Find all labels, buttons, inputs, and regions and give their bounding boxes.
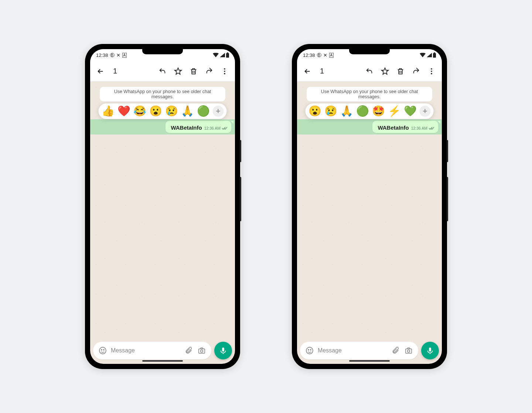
notch xyxy=(142,49,183,54)
phone-left: 12:38 B ✕ A 1 xyxy=(85,44,240,369)
emoji-icon[interactable] xyxy=(96,344,109,357)
reaction-emoji[interactable]: 🙏 xyxy=(340,106,353,116)
svg-point-13 xyxy=(431,71,432,72)
svg-point-19 xyxy=(407,350,410,352)
camera-icon[interactable] xyxy=(195,344,208,357)
selection-topbar: 1 xyxy=(297,61,442,82)
mic-button[interactable] xyxy=(214,342,232,359)
message-time: 12:36 AM xyxy=(411,126,427,130)
volume-button xyxy=(447,177,448,221)
message-caption: WABetaInfo xyxy=(378,124,409,131)
forward-button[interactable] xyxy=(202,64,216,79)
emoji-icon[interactable] xyxy=(303,344,316,357)
svg-point-14 xyxy=(431,73,432,74)
svg-point-16 xyxy=(308,349,309,350)
svg-rect-8 xyxy=(199,349,205,353)
chat-body: Use WhatsApp on your phone to see older … xyxy=(297,82,442,339)
reaction-emoji[interactable]: 💚 xyxy=(404,106,417,116)
selection-count: 1 xyxy=(113,67,154,75)
camera-icon[interactable] xyxy=(402,344,415,357)
message-bubble[interactable]: WABetaInfo 12:36 AM xyxy=(166,121,231,133)
notch xyxy=(349,49,390,54)
message-caption: WABetaInfo xyxy=(171,124,202,131)
reaction-emoji[interactable]: 🟢 xyxy=(356,106,369,116)
svg-point-6 xyxy=(101,349,102,350)
svg-point-7 xyxy=(103,349,104,350)
reply-button[interactable] xyxy=(155,64,170,79)
reaction-emoji[interactable]: 🟢 xyxy=(197,106,210,116)
reaction-emoji[interactable]: 😮 xyxy=(149,106,162,116)
battery-icon xyxy=(433,52,436,58)
more-button[interactable] xyxy=(217,64,232,79)
message-row[interactable]: 👍 ❤️ 😂 😮 😢 🙏 🟢 + WABetaInfo 12:36 AM xyxy=(90,119,235,134)
status-time: 12:38 xyxy=(96,52,108,58)
forward-button[interactable] xyxy=(409,64,423,79)
mic-button[interactable] xyxy=(421,342,439,359)
message-bubble[interactable]: WABetaInfo 12:36 AM xyxy=(372,121,438,133)
svg-point-17 xyxy=(310,349,311,350)
svg-point-2 xyxy=(224,68,225,69)
reaction-emoji[interactable]: 😮 xyxy=(308,106,321,116)
reaction-popup: 😮 😢 🙏 🟢 🤩 ⚡ 💚 + xyxy=(306,103,434,119)
delete-button[interactable] xyxy=(186,64,201,79)
message-time: 12:36 AM xyxy=(204,126,221,130)
svg-point-9 xyxy=(201,350,203,352)
message-input-placeholder: Message xyxy=(316,347,389,354)
wifi-icon xyxy=(420,53,426,57)
status-icon-a: A xyxy=(122,53,127,58)
reaction-emoji[interactable]: ❤️ xyxy=(117,106,130,116)
signal-icon xyxy=(427,53,432,57)
volume-button xyxy=(240,177,241,221)
svg-point-3 xyxy=(224,71,225,72)
reaction-emoji[interactable]: 😢 xyxy=(324,106,337,116)
svg-rect-0 xyxy=(226,53,229,58)
back-button[interactable] xyxy=(93,64,108,79)
reaction-more-button[interactable]: + xyxy=(420,106,431,117)
power-button xyxy=(240,140,241,162)
delete-button[interactable] xyxy=(393,64,408,79)
back-button[interactable] xyxy=(300,64,315,79)
svg-point-15 xyxy=(306,347,313,354)
reaction-emoji[interactable]: ⚡ xyxy=(388,106,401,116)
phone-right: 12:38 B ✕ A 1 xyxy=(292,44,447,369)
reaction-more-button[interactable]: + xyxy=(213,106,224,117)
reaction-emoji[interactable]: 🤩 xyxy=(372,106,385,116)
status-icon-a: A xyxy=(329,53,334,58)
reaction-emoji[interactable]: 🙏 xyxy=(181,106,194,116)
signal-icon xyxy=(220,53,225,57)
status-time: 12:38 xyxy=(303,52,315,58)
message-input-placeholder: Message xyxy=(109,347,182,354)
reply-button[interactable] xyxy=(362,64,377,79)
selection-count: 1 xyxy=(320,67,361,75)
more-button[interactable] xyxy=(424,64,439,79)
reaction-emoji[interactable]: 😂 xyxy=(133,106,146,116)
svg-rect-10 xyxy=(433,53,436,58)
svg-rect-18 xyxy=(406,349,412,353)
attachment-icon[interactable] xyxy=(389,344,402,357)
info-bubble: Use WhatsApp on your phone to see older … xyxy=(100,87,225,102)
power-button xyxy=(447,140,448,162)
attachment-icon[interactable] xyxy=(182,344,195,357)
message-row[interactable]: 😮 😢 🙏 🟢 🤩 ⚡ 💚 + WABetaInfo 12:36 AM xyxy=(297,119,442,134)
star-button[interactable] xyxy=(171,64,185,79)
status-icon-tools: ✕ xyxy=(116,52,120,58)
star-button[interactable] xyxy=(378,64,392,79)
status-icon-b: B xyxy=(317,53,321,57)
svg-point-12 xyxy=(431,68,432,69)
svg-point-5 xyxy=(99,347,106,354)
svg-rect-11 xyxy=(434,52,435,53)
message-input-container[interactable]: Message xyxy=(93,342,211,359)
read-ticks-icon xyxy=(222,126,228,130)
reaction-emoji[interactable]: 👍 xyxy=(102,106,115,116)
chat-body: Use WhatsApp on your phone to see older … xyxy=(90,82,235,339)
info-bubble: Use WhatsApp on your phone to see older … xyxy=(307,87,432,102)
selection-topbar: 1 xyxy=(90,61,235,82)
read-ticks-icon xyxy=(429,126,434,130)
screen: 12:38 B ✕ A 1 xyxy=(297,49,442,364)
reaction-emoji[interactable]: 😢 xyxy=(165,106,178,116)
svg-point-4 xyxy=(224,73,225,74)
input-bar: Message xyxy=(90,339,235,364)
message-input-container[interactable]: Message xyxy=(300,342,418,359)
wifi-icon xyxy=(213,53,219,57)
svg-rect-1 xyxy=(227,52,228,53)
